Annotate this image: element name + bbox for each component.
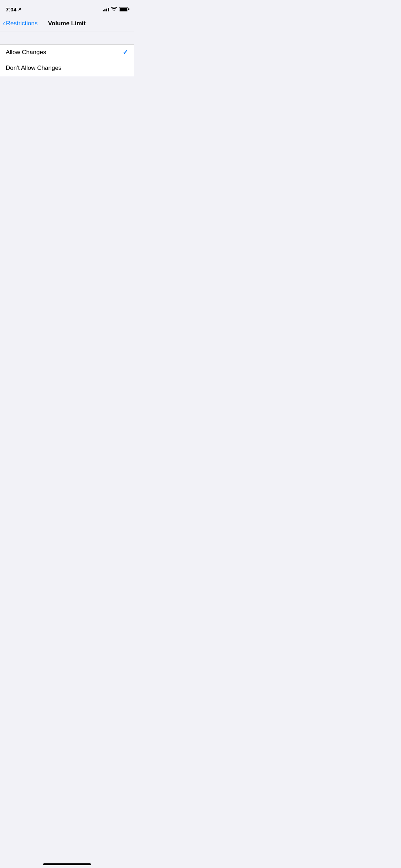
back-label: Restrictions — [6, 20, 38, 27]
page-title: Volume Limit — [48, 20, 86, 27]
back-chevron-icon: ‹ — [3, 20, 5, 27]
bottom-area — [0, 76, 134, 290]
allow-changes-item[interactable]: Allow Changes ✓ — [0, 45, 134, 60]
status-bar: 7:04 ↗ — [0, 0, 134, 16]
options-list: Allow Changes ✓ Don't Allow Changes — [0, 44, 134, 76]
checkmark-icon: ✓ — [123, 48, 128, 56]
dont-allow-changes-item[interactable]: Don't Allow Changes — [0, 60, 134, 76]
status-time: 7:04 ↗ — [6, 6, 21, 12]
status-icons — [103, 7, 128, 12]
battery-icon — [119, 7, 128, 11]
location-icon: ↗ — [18, 7, 21, 12]
allow-changes-label: Allow Changes — [6, 49, 46, 56]
navigation-bar: ‹ Restrictions Volume Limit — [0, 16, 134, 31]
section-spacer — [0, 31, 134, 44]
wifi-icon — [111, 7, 117, 12]
dont-allow-changes-label: Don't Allow Changes — [6, 64, 61, 72]
signal-icon — [103, 7, 109, 11]
back-button[interactable]: ‹ Restrictions — [3, 20, 37, 27]
time-label: 7:04 — [6, 6, 16, 12]
